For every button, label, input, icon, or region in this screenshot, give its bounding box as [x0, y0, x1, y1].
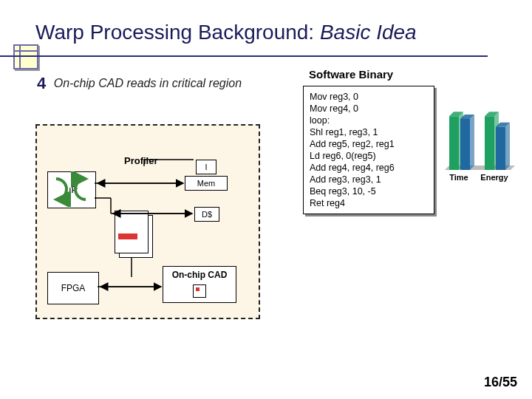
processor-block: µP	[47, 171, 96, 208]
oncad-mini-icon	[193, 284, 206, 298]
code-line: Beq reg3, 10, -5	[310, 185, 428, 197]
code-line: Add reg5, reg2, reg1	[310, 138, 428, 150]
page-number: 16/55	[484, 375, 517, 390]
code-line: Mov reg3, 0	[310, 91, 428, 103]
imem-block: Mem	[185, 176, 228, 191]
slide: Warp Processing Background: Basic Idea 4…	[0, 0, 532, 399]
title-prefix: Warp Processing Background:	[35, 21, 320, 44]
fpga-block: FPGA	[47, 272, 99, 304]
dcache-block: D$	[194, 207, 219, 222]
svg-text:Energy: Energy	[480, 173, 508, 182]
title-underline	[0, 55, 488, 57]
svg-rect-19	[485, 116, 494, 170]
icache-block: I	[196, 160, 216, 174]
software-binary-listing: Mov reg3, 0Mov reg4, 0loop:Shl reg1, reg…	[303, 86, 434, 214]
svg-marker-17	[470, 115, 474, 170]
slide-title: Warp Processing Background: Basic Idea	[35, 21, 417, 44]
svg-text:Time: Time	[449, 173, 468, 182]
software-binary-title: Software Binary	[309, 68, 393, 81]
title-accent: Basic Idea	[320, 21, 417, 44]
title-bar: Warp Processing Background: Basic Idea	[35, 21, 510, 44]
soc-diagram: Profiler µP I Mem D$ FPGA On-chip CAD	[35, 124, 260, 319]
svg-rect-15	[460, 119, 470, 170]
bar-chart: TimeEnergy	[445, 100, 515, 188]
code-line: Shl reg1, reg3, 1	[310, 126, 428, 138]
step-caption: 4 On-chip CAD reads in critical region	[37, 74, 242, 93]
oncad-label: On-chip CAD	[172, 270, 228, 280]
oncad-block: On-chip CAD	[163, 266, 236, 303]
code-line: Ld reg6, 0(reg5)	[310, 150, 428, 162]
code-line: Mov reg4, 0	[310, 103, 428, 115]
step-number: 4	[37, 74, 46, 93]
code-line: Add reg4, reg4, reg6	[310, 162, 428, 174]
svg-rect-22	[496, 127, 505, 170]
code-line: Add reg3, reg3, 1	[310, 174, 428, 185]
title-bullet-icon	[13, 44, 38, 69]
svg-rect-12	[449, 116, 459, 170]
code-line: Ret reg4	[310, 197, 428, 209]
svg-marker-24	[505, 123, 510, 170]
profiler-label: Profiler	[124, 155, 158, 166]
step-text: On-chip CAD reads in critical region	[54, 77, 242, 89]
code-line: loop:	[310, 115, 428, 126]
